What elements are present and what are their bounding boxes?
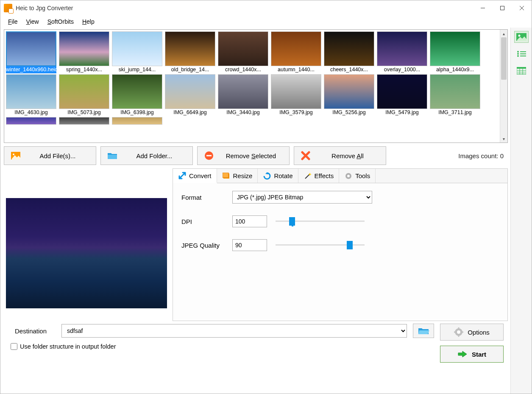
- thumbnail-item[interactable]: IMG_3579.jpg: [271, 74, 321, 116]
- resize-icon: [222, 172, 231, 180]
- browse-button[interactable]: [413, 324, 434, 338]
- use-folder-structure-label: Use folder structure in output folder: [20, 343, 116, 350]
- thumbnail-item[interactable]: winter_1440x960.heic: [6, 31, 56, 73]
- menu-file[interactable]: File: [5, 17, 21, 26]
- menu-softorbits[interactable]: SoftOrbits: [44, 17, 77, 26]
- quality-slider[interactable]: [276, 240, 365, 250]
- maximize-button[interactable]: [493, 0, 512, 16]
- thumbnail-image: [59, 31, 109, 66]
- svg-point-25: [517, 55, 519, 57]
- use-folder-structure-checkbox[interactable]: [11, 343, 17, 350]
- menu-view[interactable]: View: [23, 17, 42, 26]
- scroll-thumb[interactable]: [501, 37, 507, 80]
- gallery-scrollbar[interactable]: ▴ ▾: [500, 30, 507, 143]
- thumbnail-item[interactable]: cheers_1440x...: [324, 31, 374, 73]
- x-icon: [300, 151, 311, 160]
- thumbnail-caption: crowd_1440x...: [218, 66, 268, 73]
- convert-icon: [178, 171, 187, 180]
- tab-convert-label: Convert: [189, 172, 212, 179]
- remove-selected-button[interactable]: Remove Selected: [197, 146, 290, 165]
- gear-icon: [454, 327, 463, 337]
- quality-input[interactable]: [232, 239, 267, 251]
- svg-rect-7: [206, 155, 212, 156]
- thumbnail-image: [112, 31, 162, 66]
- add-folder-label: Add Folder...: [122, 152, 187, 159]
- svg-rect-27: [517, 67, 526, 69]
- add-files-button[interactable]: Add File(s)...: [4, 146, 96, 165]
- app-icon: [4, 4, 12, 12]
- svg-point-23: [517, 53, 519, 55]
- thumbnail-item[interactable]: IMG_4630.jpg: [6, 74, 56, 116]
- svg-point-14: [457, 330, 460, 334]
- tab-tools-label: Tools: [355, 172, 370, 179]
- thumbnail-item[interactable]: [59, 117, 109, 125]
- minimize-button[interactable]: [473, 0, 493, 16]
- thumbnail-item[interactable]: old_bridge_14...: [165, 31, 215, 73]
- action-bar: Add File(s)... Add Folder... Remove Sele…: [4, 143, 508, 168]
- scroll-down-icon[interactable]: ▾: [500, 135, 507, 143]
- menu-help[interactable]: Help: [79, 17, 98, 26]
- thumbnail-item[interactable]: IMG_6649.jpg: [165, 74, 215, 116]
- thumbnail-caption: IMG_5073.jpg: [59, 109, 109, 116]
- svg-rect-1: [501, 6, 504, 10]
- slider-thumb[interactable]: [289, 217, 295, 226]
- tab-resize[interactable]: Resize: [217, 169, 258, 183]
- add-files-label: Add File(s)...: [25, 152, 90, 159]
- remove-all-button[interactable]: Remove All: [294, 146, 386, 165]
- arrow-right-icon: [457, 350, 468, 358]
- thumbnail-item[interactable]: IMG_5256.jpg: [324, 74, 374, 116]
- tab-convert[interactable]: Convert: [173, 169, 217, 183]
- dpi-input[interactable]: [232, 215, 267, 227]
- thumbnail-gallery: winter_1440x960.heicspring_1440x...ski_j…: [4, 29, 508, 143]
- thumbnail-item[interactable]: overlay_1000...: [377, 31, 427, 73]
- svg-point-5: [13, 154, 14, 155]
- view-thumbnails-button[interactable]: [514, 31, 529, 43]
- view-list-button[interactable]: [514, 48, 529, 60]
- format-select[interactable]: JPG (*.jpg) JPEG Bitmap: [232, 191, 372, 204]
- start-button[interactable]: Start: [440, 346, 504, 363]
- tab-tools[interactable]: Tools: [339, 169, 376, 183]
- scroll-up-icon[interactable]: ▴: [500, 30, 507, 37]
- format-label: Format: [181, 194, 232, 201]
- thumbnail-image: [324, 31, 374, 66]
- thumbnail-image: [218, 74, 268, 109]
- thumbnail-item[interactable]: IMG_5479.jpg: [377, 74, 427, 116]
- thumbnail-caption: IMG_5256.jpg: [324, 109, 374, 116]
- thumbnail-item[interactable]: autumn_1440...: [271, 31, 321, 73]
- tab-rotate[interactable]: Rotate: [258, 169, 298, 183]
- quality-label: JPEG Quality: [181, 242, 232, 249]
- tab-effects[interactable]: Effects: [298, 169, 340, 183]
- thumbnail-item[interactable]: IMG_6398.jpg: [112, 74, 162, 116]
- wand-icon: [304, 172, 312, 180]
- thumbnail-item[interactable]: IMG_5073.jpg: [59, 74, 109, 116]
- thumbnail-item[interactable]: IMG_3711.jpg: [430, 74, 480, 116]
- start-label: Start: [472, 351, 486, 358]
- dpi-label: DPI: [181, 218, 232, 225]
- view-details-button[interactable]: [514, 65, 529, 77]
- add-folder-button[interactable]: Add Folder...: [100, 146, 193, 165]
- thumbnail-caption: winter_1440x960.heic: [6, 66, 56, 73]
- thumbnail-image: [165, 31, 215, 66]
- thumbnail-item[interactable]: IMG_3440.jpg: [218, 74, 268, 116]
- close-button[interactable]: [512, 0, 532, 16]
- thumbnail-item[interactable]: ski_jump_144...: [112, 31, 162, 73]
- svg-rect-24: [520, 53, 526, 54]
- thumbnail-item[interactable]: alpha_1440x9...: [430, 31, 480, 73]
- thumbnail-image: [112, 117, 162, 125]
- thumbnail-item[interactable]: [6, 117, 56, 125]
- thumbnail-caption: spring_1440x...: [59, 66, 109, 73]
- thumbnail-item[interactable]: [112, 117, 162, 125]
- window-title: Heic to Jpg Converter: [16, 5, 73, 11]
- thumbnail-caption: overlay_1000...: [377, 66, 427, 73]
- thumbnail-image: [377, 74, 427, 109]
- destination-select[interactable]: sdfsaf: [61, 324, 407, 338]
- slider-thumb[interactable]: [347, 241, 353, 249]
- thumbnail-image: [6, 31, 56, 66]
- dpi-slider[interactable]: [276, 216, 365, 226]
- options-button[interactable]: Options: [440, 324, 504, 341]
- thumbnail-caption: cheers_1440x...: [324, 66, 374, 73]
- thumbnail-item[interactable]: spring_1440x...: [59, 31, 109, 73]
- remove-all-label: Remove All: [315, 152, 380, 159]
- thumbnail-item[interactable]: crowd_1440x...: [218, 31, 268, 73]
- svg-rect-26: [520, 56, 526, 56]
